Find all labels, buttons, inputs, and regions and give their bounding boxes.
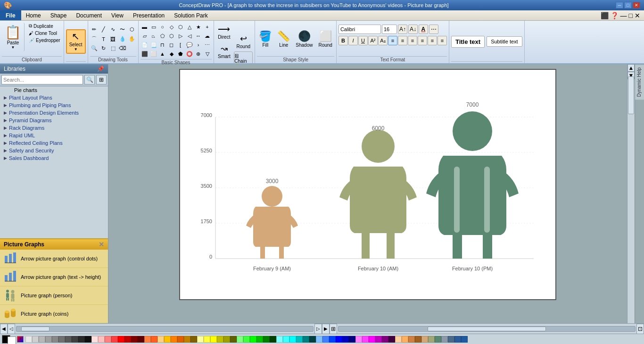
color-swatch[interactable]: [461, 336, 468, 343]
font-size-input[interactable]: [382, 25, 397, 34]
canvas-area[interactable]: ▲ ▼ 0 1750 3500 5250 7000: [108, 64, 635, 323]
round-connector[interactable]: ↩ Round: [235, 32, 252, 50]
eyedropper-tool[interactable]: 💧: [118, 35, 127, 43]
color-swatch[interactable]: [303, 336, 309, 343]
color-swatch[interactable]: [402, 336, 408, 343]
diamond-shape[interactable]: ◇: [167, 23, 176, 31]
color-swatch[interactable]: [283, 336, 289, 343]
drawing-canvas[interactable]: 0 1750 3500 5250 7000: [179, 69, 556, 300]
library-item[interactable]: ▶ Rapid UML: [0, 132, 108, 139]
star-shape[interactable]: ★: [194, 23, 203, 31]
horizontal-scroll-thumb[interactable]: [21, 327, 50, 331]
plus-shape[interactable]: +: [203, 23, 212, 31]
color-swatch[interactable]: [336, 336, 342, 343]
align-right-button[interactable]: ≡: [408, 36, 417, 45]
color-swatch[interactable]: [395, 336, 402, 343]
pen-tool[interactable]: ✏: [90, 25, 99, 34]
close-button[interactable]: ✕: [633, 2, 640, 8]
color-swatch[interactable]: [210, 336, 217, 343]
home-menu[interactable]: Home: [21, 10, 46, 20]
color-swatch[interactable]: [111, 336, 118, 343]
color-swatch[interactable]: [250, 336, 256, 343]
toolbar-icon-2[interactable]: ❓: [611, 12, 619, 19]
toolbar-icon-4[interactable]: □: [629, 12, 633, 19]
page-overview-button[interactable]: ⊡: [636, 324, 644, 334]
direct-connector[interactable]: ⟶ Direct: [216, 23, 232, 41]
round-style-button[interactable]: ⬜ Round: [316, 29, 334, 49]
pg-arrow-text[interactable]: Arrow picture graph (text -> height): [0, 268, 108, 286]
color-swatch[interactable]: [448, 336, 454, 343]
bezier-tool[interactable]: ∿: [109, 25, 117, 34]
document-menu[interactable]: Document: [71, 10, 107, 20]
arrow-right-shape[interactable]: ▷: [176, 32, 185, 40]
pg-arrow-control[interactable]: Arrow picture graph (control dots): [0, 250, 108, 268]
library-item[interactable]: ▶ Plumbing and Piping Plans: [0, 101, 108, 109]
color-swatch[interactable]: [342, 336, 349, 343]
rect-shape[interactable]: ▬: [140, 23, 149, 31]
library-search-button[interactable]: 🔍: [84, 75, 95, 84]
library-search-input[interactable]: [1, 75, 83, 84]
octagon-shape[interactable]: ⬡: [167, 32, 176, 40]
line-tool[interactable]: ╱: [99, 25, 108, 34]
color-swatch[interactable]: [296, 336, 303, 343]
color-swatch[interactable]: [362, 336, 369, 343]
bullet-list-button[interactable]: ≡: [428, 36, 437, 45]
color-swatch[interactable]: [131, 336, 138, 343]
pg-coins[interactable]: Picture graph (coins): [0, 305, 108, 323]
shape-row4-1[interactable]: ⬛: [140, 50, 149, 58]
file-menu[interactable]: File: [0, 10, 21, 20]
toolbar-icon-3[interactable]: —: [620, 12, 627, 19]
library-item[interactable]: ▶ Presentation Design Elements: [0, 109, 108, 117]
shape-row4-7[interactable]: ⊕: [194, 50, 203, 58]
color-swatch[interactable]: [52, 336, 58, 343]
rounded-rect-shape[interactable]: ▭: [149, 23, 158, 31]
clone-tool-button[interactable]: 🖌 Clone Tool: [27, 30, 62, 36]
color-swatch[interactable]: [65, 336, 72, 343]
color-swatch[interactable]: [454, 336, 461, 343]
secondary-scroll-track[interactable]: [338, 326, 636, 332]
window-controls[interactable]: ─ □ ✕: [616, 2, 640, 8]
cloud-shape[interactable]: ☁: [203, 32, 212, 40]
color-swatch[interactable]: [25, 336, 32, 343]
hex-shape[interactable]: ⬡: [176, 23, 185, 31]
color-swatch[interactable]: [256, 336, 263, 343]
duplicate-button[interactable]: ⧉ Duplicate: [27, 23, 62, 29]
minimize-button[interactable]: ─: [616, 2, 623, 8]
color-swatch[interactable]: [329, 336, 336, 343]
shape-row4-2[interactable]: ⬜: [149, 50, 158, 58]
color-swatch[interactable]: [138, 336, 144, 343]
rotate-tool[interactable]: ↻: [99, 44, 108, 53]
color-swatch[interactable]: [289, 336, 296, 343]
color-swatch[interactable]: [32, 336, 39, 343]
cube-shape[interactable]: ◻: [167, 41, 176, 49]
pentagon-shape[interactable]: ⬠: [158, 32, 167, 40]
underline-button[interactable]: U: [358, 36, 368, 45]
italic-button[interactable]: I: [348, 36, 358, 45]
select-button[interactable]: ↖ Select ▼: [66, 29, 86, 54]
arc-tool[interactable]: ⌒: [90, 35, 99, 43]
color-swatch[interactable]: [164, 336, 171, 343]
library-item[interactable]: ▶ Rack Diagrams: [0, 124, 108, 132]
color-swatch[interactable]: [105, 336, 111, 343]
align-left-button[interactable]: ≡: [388, 36, 397, 45]
color-swatch[interactable]: [85, 336, 91, 343]
color-swatch[interactable]: [39, 336, 45, 343]
background-color[interactable]: [8, 336, 16, 344]
split-view-button[interactable]: ⊞: [330, 324, 337, 334]
color-swatch[interactable]: [369, 336, 375, 343]
color-swatch[interactable]: [151, 336, 157, 343]
color-swatch[interactable]: [98, 336, 105, 343]
color-swatch[interactable]: [217, 336, 223, 343]
polygon-tool[interactable]: ⬡: [128, 25, 136, 34]
dynamic-help-tab[interactable]: Dynamic Help: [635, 64, 644, 100]
shape-row4-3[interactable]: ▲: [158, 50, 167, 58]
doc-shape[interactable]: 📃: [149, 41, 158, 49]
color-swatch[interactable]: [91, 336, 98, 343]
vertical-scrollbar[interactable]: ▲ ▼: [627, 64, 635, 323]
color-swatch[interactable]: [223, 336, 230, 343]
num-list-button[interactable]: ≡: [438, 36, 447, 45]
shape-row4-5[interactable]: ⬟: [176, 50, 185, 58]
title-text-button[interactable]: Title text: [451, 36, 485, 48]
color-swatch[interactable]: [276, 336, 283, 343]
callout-shape[interactable]: 💬: [185, 41, 194, 49]
